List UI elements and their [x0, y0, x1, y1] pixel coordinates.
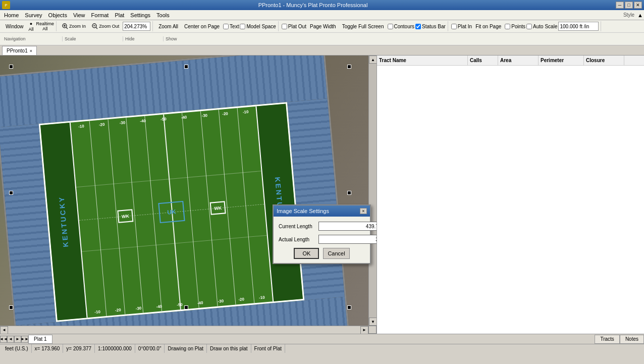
tab-close-button[interactable]: × [30, 48, 32, 54]
plat-in-check[interactable]: Plat In [451, 24, 472, 29]
current-length-label: Current Length [279, 224, 316, 229]
handle-ml[interactable] [9, 191, 13, 195]
notes-tab[interactable]: Notes [620, 335, 644, 344]
scroll-corner [368, 326, 377, 334]
current-length-input[interactable] [318, 222, 377, 231]
right-panel: Tract Name Calls Area Perimeter Closure [377, 56, 644, 334]
canvas-background: KENTUCKY KENTUCKY [0, 56, 368, 326]
canvas-vscroll: ▲ ▼ [368, 56, 377, 326]
image-scale-settings-dialog: Image Scale Settings × Current Length Ac… [273, 204, 371, 264]
handle-bl[interactable] [9, 305, 13, 309]
handle-tl[interactable] [9, 65, 13, 69]
document-tab[interactable]: PPronto1 × [2, 46, 37, 55]
menu-survey[interactable]: Survey [22, 11, 45, 19]
zoom-in-button[interactable]: Zoom In [60, 21, 88, 31]
scroll-up-button[interactable]: ▲ [369, 56, 377, 64]
center-on-page-button[interactable]: Center on Page [182, 21, 222, 31]
zoom-input[interactable] [123, 22, 150, 31]
actual-length-row: Actual Length [279, 235, 365, 244]
bottom-nav-left[interactable]: ◄ [7, 336, 14, 343]
bottom-nav-prev[interactable]: ◄◄ [0, 336, 7, 343]
y-coord-cell: y= 209.377 [63, 344, 95, 353]
right-panel-header: Tract Name Calls Area Perimeter Closure [377, 56, 644, 66]
handle-mr[interactable] [347, 191, 351, 195]
toggle-full-screen-button[interactable]: Toggle Full Screen [340, 21, 387, 31]
scroll-left-button[interactable]: ◄ [0, 326, 8, 334]
plat-tab[interactable]: Plat 1 [28, 335, 52, 344]
menu-tools[interactable]: Tools [153, 11, 173, 19]
window-button[interactable]: Window [3, 21, 26, 31]
col-tract-name: Tract Name [377, 56, 468, 65]
svg-line-1 [66, 27, 68, 29]
ok-button[interactable]: OK [294, 248, 319, 259]
text-check[interactable]: Text [223, 24, 239, 29]
all-label: All [42, 26, 47, 31]
scroll-down-button[interactable]: ▼ [369, 318, 377, 326]
draw-this-cell: Draw on this plat [207, 344, 251, 353]
model-space-check[interactable]: Model Space [240, 24, 276, 29]
x-coord-cell: x= 173.960 [32, 344, 64, 353]
restore-button[interactable]: □ [625, 2, 633, 9]
page-width-button[interactable]: Page Width [307, 21, 339, 31]
angle-cell: 0°00'00.0" [135, 344, 165, 353]
navigation-section-label: Navigation [2, 36, 63, 41]
status-bar: feet (U.S.) x= 173.960 y= 209.377 1:1000… [0, 344, 644, 353]
scroll-right-button[interactable]: ► [360, 326, 368, 334]
dialog-title-text: Image Scale Settings [277, 208, 329, 214]
col-closure: Closure [584, 56, 624, 65]
handle-tr[interactable] [347, 65, 351, 69]
menu-objects[interactable]: Objects [45, 11, 70, 19]
auto-scale-check[interactable]: Auto Scale [526, 24, 557, 29]
realtime-label: Realtime [36, 21, 55, 26]
tracts-tab[interactable]: Tracts [595, 335, 619, 344]
dialog-close-button[interactable]: × [360, 208, 367, 214]
menu-bar: Home Survey Objects View Format Plat Set… [0, 10, 644, 20]
svg-line-5 [96, 27, 97, 29]
vscroll-thumb[interactable] [369, 64, 377, 318]
contours-check[interactable]: Contours [388, 24, 415, 29]
current-length-row: Current Length [279, 222, 365, 231]
menu-home[interactable]: Home [1, 11, 22, 19]
menu-view[interactable]: View [70, 11, 88, 19]
status-bar-check[interactable]: Status Bar [415, 24, 446, 29]
col-calls: Calls [468, 56, 498, 65]
handle-bc[interactable] [184, 305, 188, 309]
col-perimeter: Perimeter [539, 56, 584, 65]
scale-section-label: Scale [63, 36, 123, 41]
tab-bar: PPronto1 × [0, 45, 644, 56]
scale-cell: 1:1000000.000 [95, 344, 135, 353]
col-area: Area [498, 56, 539, 65]
actual-length-label: Actual Length [279, 237, 316, 242]
front-cell: Front of Plat [251, 344, 285, 353]
zoom-out-button[interactable]: Zoom Out [89, 21, 122, 31]
canvas-area[interactable]: KENTUCKY KENTUCKY [0, 56, 377, 334]
realtime-button[interactable]: ● [28, 21, 34, 27]
right-panel-content [377, 66, 644, 334]
all-button[interactable]: All [27, 27, 35, 32]
handle-br[interactable] [347, 305, 351, 309]
bottom-nav-next[interactable]: ►► [21, 336, 28, 343]
dialog-body: Current Length Actual Length OK Cancel [274, 217, 370, 263]
cancel-button[interactable]: Cancel [323, 248, 349, 259]
unit-cell: feet (U.S.) [2, 344, 32, 353]
bottom-nav-right[interactable]: ► [14, 336, 21, 343]
close-button[interactable]: ✕ [634, 2, 642, 9]
ribbon-close-button[interactable]: ▲ [637, 12, 643, 18]
points-check[interactable]: Points [505, 24, 525, 29]
menu-format[interactable]: Format [88, 11, 112, 19]
canvas-hscroll: ◄ ► [0, 326, 368, 334]
fit-on-page-button[interactable]: Fit on Page [473, 21, 504, 31]
menu-plat[interactable]: Plat [112, 11, 127, 19]
minimize-button[interactable]: ─ [616, 2, 624, 9]
bottom-tab-bar: ◄◄ ◄ ► ►► Plat 1 Tracts Notes [0, 334, 644, 344]
zoom-all-button[interactable]: Zoom All [156, 21, 181, 31]
menu-settings[interactable]: Settings [127, 11, 153, 19]
hide-section-label: Hide [123, 36, 164, 41]
main-area: KENTUCKY KENTUCKY [0, 56, 644, 334]
handle-tc[interactable] [184, 65, 188, 69]
window-title: PPronto1 - Muncy's Plat Pronto Professio… [10, 2, 616, 8]
toolbar-row1: Window ● All Realtime All Zoom In Zoom O… [0, 20, 644, 45]
actual-length-input[interactable] [318, 235, 377, 244]
plat-out-check[interactable]: Plat Out [282, 24, 306, 29]
scale-input[interactable] [558, 22, 599, 31]
